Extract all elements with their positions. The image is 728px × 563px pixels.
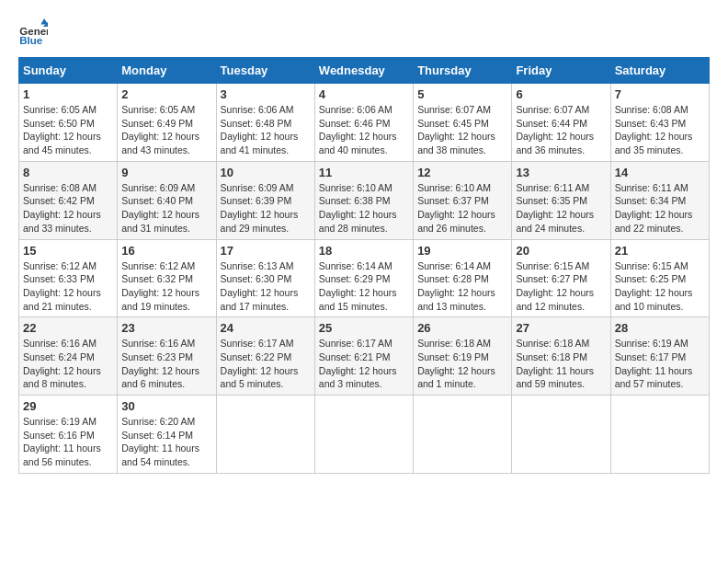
day-number: 10 [221, 166, 311, 179]
weekday-header-saturday: Saturday [610, 58, 709, 84]
calendar-cell: 20 Sunrise: 6:15 AMSunset: 6:27 PMDaylig… [512, 239, 610, 317]
svg-text:Blue: Blue [19, 35, 43, 46]
day-number: 7 [615, 87, 705, 101]
day-number: 4 [319, 87, 409, 101]
calendar-cell: 2 Sunrise: 6:05 AMSunset: 6:49 PMDayligh… [118, 84, 216, 162]
day-info: Sunrise: 6:07 AMSunset: 6:45 PMDaylight:… [417, 103, 507, 157]
day-number: 15 [23, 244, 113, 258]
day-info: Sunrise: 6:12 AMSunset: 6:32 PMDaylight:… [121, 259, 211, 314]
calendar-cell [414, 396, 512, 474]
page-header: General Blue [18, 18, 710, 48]
calendar-cell: 6 Sunrise: 6:07 AMSunset: 6:44 PMDayligh… [512, 84, 610, 162]
day-number: 26 [417, 321, 507, 335]
calendar-cell: 15 Sunrise: 6:12 AMSunset: 6:33 PMDaylig… [19, 239, 118, 317]
day-number: 19 [417, 244, 507, 258]
calendar-cell: 11 Sunrise: 6:10 AMSunset: 6:38 PMDaylig… [314, 161, 413, 239]
day-info: Sunrise: 6:13 AMSunset: 6:30 PMDaylight:… [221, 259, 311, 314]
calendar-week-row: 1 Sunrise: 6:05 AMSunset: 6:50 PMDayligh… [19, 84, 710, 162]
day-number: 29 [23, 399, 113, 413]
calendar-cell: 3 Sunrise: 6:06 AMSunset: 6:48 PMDayligh… [216, 84, 314, 162]
weekday-header-monday: Monday [118, 58, 216, 84]
calendar-cell: 21 Sunrise: 6:15 AMSunset: 6:25 PMDaylig… [610, 239, 709, 317]
day-info: Sunrise: 6:08 AMSunset: 6:42 PMDaylight:… [23, 181, 113, 236]
calendar-cell: 18 Sunrise: 6:14 AMSunset: 6:29 PMDaylig… [314, 239, 413, 317]
day-info: Sunrise: 6:09 AMSunset: 6:39 PMDaylight:… [221, 181, 311, 236]
day-number: 24 [221, 321, 311, 335]
day-number: 3 [221, 87, 311, 101]
day-number: 22 [23, 321, 113, 335]
calendar-cell: 14 Sunrise: 6:11 AMSunset: 6:34 PMDaylig… [610, 161, 709, 239]
logo-icon: General Blue [18, 18, 48, 48]
day-number: 18 [319, 244, 409, 258]
day-info: Sunrise: 6:08 AMSunset: 6:43 PMDaylight:… [615, 103, 705, 157]
day-info: Sunrise: 6:06 AMSunset: 6:48 PMDaylight:… [221, 103, 311, 157]
day-info: Sunrise: 6:06 AMSunset: 6:46 PMDaylight:… [319, 103, 409, 157]
weekday-header-wednesday: Wednesday [314, 58, 413, 84]
day-number: 27 [516, 321, 606, 335]
day-number: 1 [23, 87, 113, 101]
day-number: 13 [516, 166, 606, 179]
calendar-cell [314, 396, 413, 474]
calendar-cell [216, 396, 314, 474]
calendar-cell: 24 Sunrise: 6:17 AMSunset: 6:22 PMDaylig… [216, 317, 314, 396]
day-info: Sunrise: 6:09 AMSunset: 6:40 PMDaylight:… [121, 181, 211, 236]
day-info: Sunrise: 6:16 AMSunset: 6:23 PMDaylight:… [121, 337, 211, 391]
calendar-table: SundayMondayTuesdayWednesdayThursdayFrid… [18, 57, 710, 474]
day-number: 14 [615, 166, 705, 179]
day-info: Sunrise: 6:18 AMSunset: 6:18 PMDaylight:… [516, 337, 606, 391]
day-info: Sunrise: 6:17 AMSunset: 6:22 PMDaylight:… [221, 337, 311, 391]
day-number: 23 [121, 321, 211, 335]
calendar-cell: 30 Sunrise: 6:20 AMSunset: 6:14 PMDaylig… [118, 396, 216, 474]
day-info: Sunrise: 6:11 AMSunset: 6:35 PMDaylight:… [516, 181, 606, 236]
calendar-cell: 12 Sunrise: 6:10 AMSunset: 6:37 PMDaylig… [414, 161, 512, 239]
day-info: Sunrise: 6:15 AMSunset: 6:27 PMDaylight:… [516, 259, 606, 314]
calendar-week-row: 8 Sunrise: 6:08 AMSunset: 6:42 PMDayligh… [19, 161, 710, 239]
calendar-cell: 10 Sunrise: 6:09 AMSunset: 6:39 PMDaylig… [216, 161, 314, 239]
day-number: 21 [615, 244, 705, 258]
day-number: 30 [121, 399, 211, 413]
logo: General Blue [18, 18, 51, 48]
day-info: Sunrise: 6:19 AMSunset: 6:17 PMDaylight:… [615, 337, 705, 391]
calendar-cell: 13 Sunrise: 6:11 AMSunset: 6:35 PMDaylig… [512, 161, 610, 239]
day-info: Sunrise: 6:18 AMSunset: 6:19 PMDaylight:… [417, 337, 507, 391]
weekday-header-tuesday: Tuesday [216, 58, 314, 84]
calendar-cell: 27 Sunrise: 6:18 AMSunset: 6:18 PMDaylig… [512, 317, 610, 396]
calendar-cell: 9 Sunrise: 6:09 AMSunset: 6:40 PMDayligh… [118, 161, 216, 239]
day-info: Sunrise: 6:20 AMSunset: 6:14 PMDaylight:… [121, 415, 211, 469]
day-number: 11 [319, 166, 409, 179]
day-number: 2 [121, 87, 211, 101]
day-info: Sunrise: 6:16 AMSunset: 6:24 PMDaylight:… [23, 337, 113, 391]
day-number: 12 [417, 166, 507, 179]
weekday-header-sunday: Sunday [19, 58, 118, 84]
day-number: 20 [516, 244, 606, 258]
calendar-cell: 5 Sunrise: 6:07 AMSunset: 6:45 PMDayligh… [414, 84, 512, 162]
calendar-cell: 28 Sunrise: 6:19 AMSunset: 6:17 PMDaylig… [610, 317, 709, 396]
calendar-cell: 29 Sunrise: 6:19 AMSunset: 6:16 PMDaylig… [19, 396, 118, 474]
day-info: Sunrise: 6:07 AMSunset: 6:44 PMDaylight:… [516, 103, 606, 157]
calendar-cell: 7 Sunrise: 6:08 AMSunset: 6:43 PMDayligh… [610, 84, 709, 162]
day-info: Sunrise: 6:17 AMSunset: 6:21 PMDaylight:… [319, 337, 409, 391]
day-number: 16 [121, 244, 211, 258]
day-number: 5 [417, 87, 507, 101]
calendar-week-row: 15 Sunrise: 6:12 AMSunset: 6:33 PMDaylig… [19, 239, 710, 317]
day-info: Sunrise: 6:11 AMSunset: 6:34 PMDaylight:… [615, 181, 705, 236]
day-number: 8 [23, 166, 113, 179]
calendar-week-row: 22 Sunrise: 6:16 AMSunset: 6:24 PMDaylig… [19, 317, 710, 396]
calendar-cell: 1 Sunrise: 6:05 AMSunset: 6:50 PMDayligh… [19, 84, 118, 162]
calendar-cell: 25 Sunrise: 6:17 AMSunset: 6:21 PMDaylig… [314, 317, 413, 396]
calendar-cell: 4 Sunrise: 6:06 AMSunset: 6:46 PMDayligh… [314, 84, 413, 162]
day-info: Sunrise: 6:19 AMSunset: 6:16 PMDaylight:… [23, 415, 113, 469]
day-info: Sunrise: 6:15 AMSunset: 6:25 PMDaylight:… [615, 259, 705, 314]
calendar-cell: 22 Sunrise: 6:16 AMSunset: 6:24 PMDaylig… [19, 317, 118, 396]
calendar-cell: 16 Sunrise: 6:12 AMSunset: 6:32 PMDaylig… [118, 239, 216, 317]
day-number: 28 [615, 321, 705, 335]
calendar-cell [610, 396, 709, 474]
weekday-header-friday: Friday [512, 58, 610, 84]
day-info: Sunrise: 6:14 AMSunset: 6:29 PMDaylight:… [319, 259, 409, 314]
day-number: 9 [121, 166, 211, 179]
weekday-header-thursday: Thursday [414, 58, 512, 84]
day-info: Sunrise: 6:10 AMSunset: 6:37 PMDaylight:… [417, 181, 507, 236]
day-info: Sunrise: 6:14 AMSunset: 6:28 PMDaylight:… [417, 259, 507, 314]
calendar-cell: 19 Sunrise: 6:14 AMSunset: 6:28 PMDaylig… [414, 239, 512, 317]
calendar-cell [512, 396, 610, 474]
